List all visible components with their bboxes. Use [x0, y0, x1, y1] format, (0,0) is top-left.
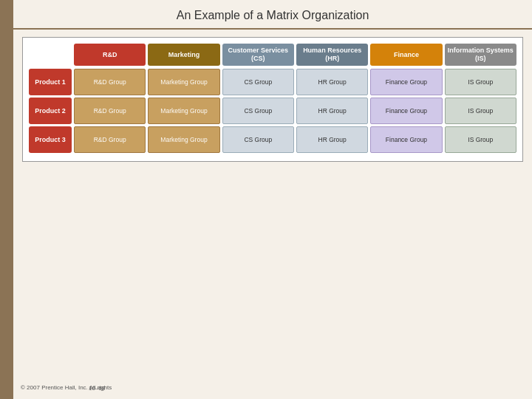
matrix-row-product3: Product 3 R&D Group Marketing Group CS G…: [29, 126, 516, 153]
product3-label: Product 3: [29, 126, 72, 153]
product2-rad-group: R&D Group: [74, 98, 146, 124]
product3-mkt-group: Marketing Group: [148, 126, 219, 153]
matrix-header-row: R&D Marketing Customer Services (CS) Hum…: [29, 44, 516, 66]
page: An Example of a Matrix Organization R&D …: [0, 0, 532, 399]
product1-mkt-group: Marketing Group: [148, 69, 219, 95]
page-title: An Example of a Matrix Organization: [28, 9, 517, 22]
header-spacer: [29, 44, 72, 66]
header-rad: R&D: [74, 44, 146, 66]
main-content: An Example of a Matrix Organization R&D …: [13, 0, 532, 399]
left-accent-bar: [0, 0, 13, 399]
product1-cs-group: CS Group: [222, 69, 294, 95]
product3-rad-group: R&D Group: [74, 126, 146, 153]
product2-cs-group: CS Group: [222, 98, 294, 124]
product1-hr-group: HR Group: [296, 69, 368, 95]
product3-hr-group: HR Group: [296, 126, 368, 153]
matrix-diagram: R&D Marketing Customer Services (CS) Hum…: [22, 37, 523, 162]
product1-label: Product 1: [29, 69, 72, 95]
product2-mkt-group: Marketing Group: [148, 98, 219, 124]
title-section: An Example of a Matrix Organization: [13, 0, 532, 30]
header-is: Information Systems (IS): [445, 44, 516, 66]
product3-is-group: IS Group: [445, 126, 516, 153]
product2-fin-group: Finance Group: [370, 98, 442, 124]
matrix-row-product1: Product 1 R&D Group Marketing Group CS G…: [29, 69, 516, 95]
product3-cs-group: CS Group: [222, 126, 294, 153]
header-marketing: Marketing: [148, 44, 219, 66]
header-hr: Human Resources (HR): [296, 44, 368, 66]
header-cs: Customer Services (CS): [222, 44, 294, 66]
product2-label: Product 2: [29, 98, 72, 124]
matrix-row-product2: Product 2 R&D Group Marketing Group CS G…: [29, 98, 516, 124]
product2-is-group: IS Group: [445, 98, 516, 124]
product3-fin-group: Finance Group: [370, 126, 442, 153]
product1-rad-group: R&D Group: [74, 69, 146, 95]
product1-is-group: IS Group: [445, 69, 516, 95]
header-finance: Finance: [370, 44, 442, 66]
product1-fin-group: Finance Group: [370, 69, 442, 95]
product2-hr-group: HR Group: [296, 98, 368, 124]
footer-page-number: 10–68: [89, 385, 105, 392]
